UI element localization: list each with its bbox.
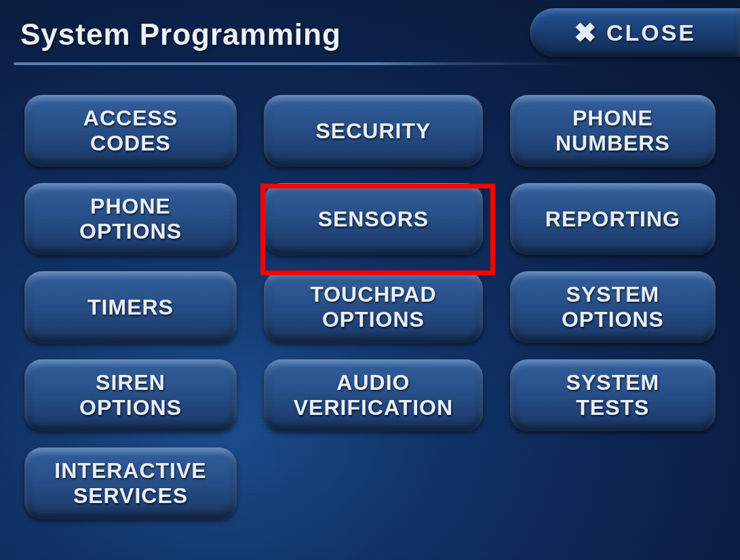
timers-button[interactable]: TIMERS bbox=[24, 271, 237, 343]
phone-numbers-button[interactable]: PHONE NUMBERS bbox=[510, 95, 716, 167]
audio-verification-button[interactable]: AUDIO VERIFICATION bbox=[264, 359, 483, 431]
menu-button-label: SENSORS bbox=[318, 207, 429, 232]
menu-column-3: PHONE NUMBERS REPORTING SYSTEM OPTIONS S… bbox=[510, 95, 716, 519]
sensors-button[interactable]: SENSORS bbox=[264, 183, 483, 255]
close-icon: ✖ bbox=[574, 19, 597, 46]
page-title: System Programming bbox=[20, 18, 341, 52]
menu-button-label: PHONE OPTIONS bbox=[79, 194, 182, 244]
menu-button-label: PHONE NUMBERS bbox=[556, 106, 670, 156]
menu-button-label: TOUCHPAD OPTIONS bbox=[310, 282, 436, 332]
close-button-label: CLOSE bbox=[606, 20, 696, 46]
menu-button-label: SECURITY bbox=[315, 119, 431, 144]
menu-button-label: SYSTEM TESTS bbox=[566, 370, 660, 420]
header-divider bbox=[14, 62, 740, 65]
menu-button-label: TIMERS bbox=[87, 295, 174, 320]
interactive-services-button[interactable]: INTERACTIVE SERVICES bbox=[24, 447, 237, 519]
menu-button-label: INTERACTIVE SERVICES bbox=[54, 458, 206, 508]
siren-options-button[interactable]: SIREN OPTIONS bbox=[24, 359, 237, 431]
security-button[interactable]: SECURITY bbox=[264, 95, 483, 167]
menu-grid: ACCESS CODES PHONE OPTIONS TIMERS SIREN … bbox=[24, 95, 716, 519]
access-codes-button[interactable]: ACCESS CODES bbox=[24, 95, 237, 167]
menu-button-label: ACCESS CODES bbox=[83, 106, 178, 156]
menu-column-2: SECURITY SENSORS TOUCHPAD OPTIONS AUDIO … bbox=[264, 95, 483, 519]
menu-column-1: ACCESS CODES PHONE OPTIONS TIMERS SIREN … bbox=[24, 95, 237, 519]
menu-button-label: SIREN OPTIONS bbox=[79, 370, 182, 420]
touchpad-options-button[interactable]: TOUCHPAD OPTIONS bbox=[264, 271, 483, 343]
menu-button-label: SYSTEM OPTIONS bbox=[562, 282, 664, 332]
header: System Programming ✖ CLOSE bbox=[0, 0, 740, 68]
reporting-button[interactable]: REPORTING bbox=[510, 183, 716, 255]
menu-button-label: AUDIO VERIFICATION bbox=[294, 370, 453, 420]
close-button[interactable]: ✖ CLOSE bbox=[530, 8, 740, 57]
system-options-button[interactable]: SYSTEM OPTIONS bbox=[510, 271, 716, 343]
menu-button-label: REPORTING bbox=[545, 207, 680, 232]
phone-options-button[interactable]: PHONE OPTIONS bbox=[24, 183, 237, 255]
system-tests-button[interactable]: SYSTEM TESTS bbox=[510, 359, 716, 431]
